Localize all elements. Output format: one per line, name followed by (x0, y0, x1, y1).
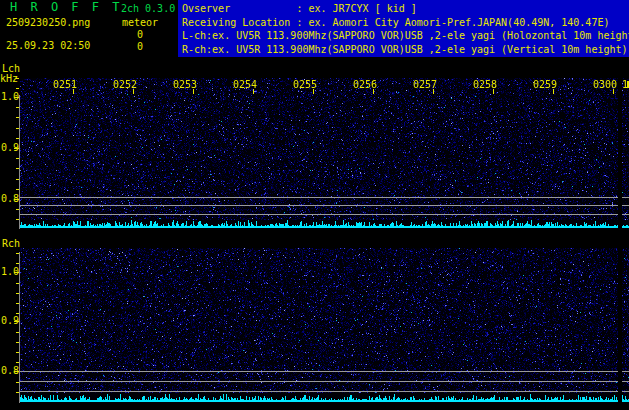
time-label-clipped-fragment: 1 (622, 80, 628, 90)
location-line: Receiving Location : ex. Aomori City Aom… (182, 16, 629, 30)
output-filename: 2509230250.png (6, 17, 90, 28)
tick-mark (16, 128, 19, 129)
lch-spectrogram (20, 78, 629, 229)
time-label-0251: 0251 (53, 80, 77, 90)
tick-mark (16, 352, 19, 353)
time-label-0258: 0258 (473, 80, 497, 90)
tick-mark (16, 209, 19, 210)
time-label-0252: 0252 (113, 80, 137, 90)
hrofft-window: H R O F F T 2ch 0.3.0 2509230250.png met… (0, 0, 629, 410)
rch-rig-line: R-ch:ex. UV5R 113.900Mhz(SAPPORO VOR)USB… (182, 43, 629, 57)
version-label: 2ch 0.3.0 (121, 3, 175, 14)
observer-line: Ovserver : ex. JR7CYX [ kid ] (182, 2, 629, 16)
rch-axis-line (19, 252, 20, 403)
tick-mark (16, 303, 19, 304)
tick-mark (16, 107, 19, 108)
app-title: H R O F F T (10, 1, 122, 13)
tick-mark (16, 342, 19, 343)
time-label-0255: 0255 (293, 80, 317, 90)
tick-mark (16, 313, 19, 314)
tick-mark (16, 263, 19, 264)
tick-mark (16, 158, 19, 159)
time-label-0256: 0256 (353, 80, 377, 90)
observer-info-panel: Ovserver : ex. JR7CYX [ kid ] Receiving … (178, 0, 629, 57)
tick-mark (16, 168, 19, 169)
tick-mark (14, 148, 19, 149)
rch-spectrogram (20, 248, 629, 403)
time-label-0257: 0257 (413, 80, 437, 90)
tick-mark (16, 362, 19, 363)
tick-mark (16, 283, 19, 284)
lch-rig-line: L-ch:ex. UV5R 113.900Mhz(SAPPORO VOR)USB… (182, 29, 629, 43)
tick-mark (16, 253, 19, 254)
tick-mark (14, 272, 19, 273)
time-label-0254: 0254 (233, 80, 257, 90)
tick-mark (14, 371, 19, 372)
tick-mark (16, 88, 19, 89)
time-label-0253: 0253 (173, 80, 197, 90)
tick-mark (14, 97, 19, 98)
tick-mark (16, 382, 19, 383)
time-label-0300: 0300 (593, 80, 617, 90)
rch-label: Rch (2, 238, 20, 249)
tick-mark (16, 392, 19, 393)
tick-mark (16, 293, 19, 294)
tick-mark (16, 117, 19, 118)
tick-mark (14, 321, 19, 322)
tick-mark (16, 179, 19, 180)
timestamp: 25.09.23 02:50 (6, 40, 90, 51)
tick-mark (16, 189, 19, 190)
time-label-0259: 0259 (533, 80, 557, 90)
tick-mark (14, 199, 19, 200)
tick-mark (16, 78, 19, 79)
tick-mark (16, 138, 19, 139)
mode-label: meteor (122, 17, 158, 28)
rch-meteor-count: 0 (130, 41, 150, 52)
lch-axis-line (19, 95, 20, 229)
tick-mark (16, 219, 19, 220)
tick-mark (16, 332, 19, 333)
lch-meteor-count: 0 (130, 29, 150, 40)
